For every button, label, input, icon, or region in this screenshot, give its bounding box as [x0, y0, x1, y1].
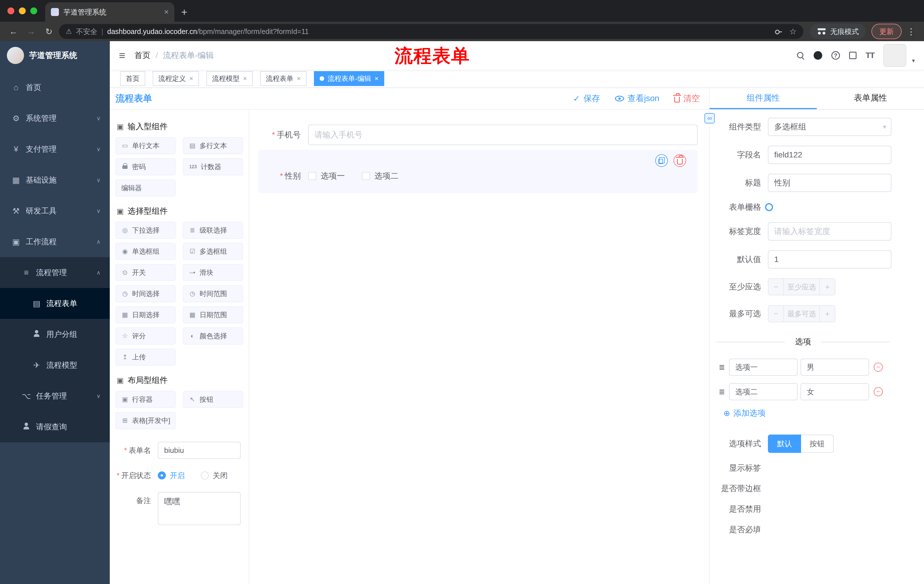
delete-component-button[interactable] — [673, 154, 686, 167]
option-1-value-input[interactable] — [800, 359, 869, 376]
forward-button[interactable]: → — [23, 26, 39, 36]
component-multi-text[interactable]: ▤多行文本 — [183, 137, 243, 154]
form-canvas[interactable]: 手机号 性别 选项一 选项二 — [249, 110, 709, 584]
min-select-input[interactable] — [784, 279, 819, 295]
add-option-button[interactable]: ⊕ 添加选项 — [723, 408, 912, 419]
component-single-text[interactable]: ▭单行文本 — [116, 137, 175, 154]
sidebar-item-payment[interactable]: ¥ 支付管理 ∨ — [0, 134, 110, 165]
component-time-picker[interactable]: ◷时间选择 — [116, 285, 175, 302]
tab-form-props[interactable]: 表单属性 — [817, 88, 924, 109]
drag-handle-icon[interactable]: ≣ — [718, 363, 726, 372]
gender-option-1-checkbox[interactable]: 选项一 — [308, 171, 345, 181]
slider-handle[interactable] — [765, 203, 773, 211]
back-button[interactable]: ← — [6, 26, 21, 36]
component-date-picker[interactable]: ▦日期选择 — [116, 306, 175, 323]
new-tab-button[interactable]: + — [174, 6, 194, 22]
tag-process-form[interactable]: 流程表单 × — [260, 71, 307, 86]
sidebar-item-devtools[interactable]: ⚒ 研发工具 ∨ — [0, 196, 110, 226]
sidebar-item-infra[interactable]: ▦ 基础设施 ∨ — [0, 165, 110, 196]
sidebar-item-process-form[interactable]: ▤ 流程表单 — [0, 288, 110, 319]
component-slider[interactable]: ‒•滑块 — [183, 264, 243, 281]
sidebar-item-task-mgmt[interactable]: ⌥ 任务管理 ∨ — [0, 380, 110, 411]
search-icon[interactable] — [797, 51, 805, 59]
component-switch[interactable]: ⊙开关 — [116, 264, 175, 281]
minimize-window-button[interactable] — [19, 7, 26, 14]
browser-menu-icon[interactable]: ⋮ — [904, 26, 918, 36]
component-row-container[interactable]: ▣行容器 — [116, 391, 175, 408]
status-on-radio[interactable]: 开启 — [158, 470, 185, 480]
form-remark-textarea[interactable]: 嘿嘿 — [158, 492, 241, 525]
github-icon[interactable] — [813, 51, 822, 60]
option-1-label-input[interactable] — [729, 359, 798, 376]
tag-process-definition[interactable]: 流程定义 × — [153, 71, 199, 86]
canvas-field-gender-selected[interactable]: 性别 选项一 选项二 — [258, 150, 698, 193]
style-button-button[interactable]: 按钮 — [801, 434, 834, 453]
default-value-input[interactable] — [768, 250, 891, 268]
component-button[interactable]: ↖按钮 — [183, 391, 243, 408]
component-upload[interactable]: ↥上传 — [116, 349, 175, 366]
component-cascader[interactable]: ≣级联选择 — [183, 222, 243, 239]
url-input[interactable]: ⚠ 不安全 | dashboard.yudao.iocoder.cn/bpm/m… — [59, 24, 804, 39]
phone-input[interactable] — [308, 125, 698, 145]
tab-component-props[interactable]: 组件属性 — [710, 88, 817, 109]
sidebar-item-process-mgmt[interactable]: ≡ 流程管理 ∧ — [0, 257, 110, 288]
drag-handle-icon[interactable]: ≣ — [718, 387, 726, 396]
sidebar-item-home[interactable]: ⌂ 首页 — [0, 72, 110, 103]
maximize-window-button[interactable] — [30, 7, 37, 14]
fullscreen-icon[interactable] — [849, 52, 856, 59]
link-icon[interactable]: ∞ — [705, 113, 715, 123]
field-name-input[interactable] — [768, 146, 891, 164]
clear-button[interactable]: 清空 — [674, 93, 700, 104]
remove-option-button[interactable]: − — [874, 387, 883, 396]
tag-process-form-edit[interactable]: 流程表单-编辑 × — [314, 71, 384, 86]
component-time-range[interactable]: ◷时间范围 — [183, 285, 243, 302]
title-input[interactable] — [768, 174, 891, 192]
font-size-icon[interactable]: TT — [866, 51, 874, 60]
sidebar-item-user-group[interactable]: 用户分组 — [0, 319, 110, 350]
component-checkbox-group[interactable]: ☑多选框组 — [183, 243, 243, 260]
browser-tab[interactable]: 芋道管理系统 × — [45, 2, 174, 22]
tag-process-model[interactable]: 流程模型 × — [206, 71, 253, 86]
component-editor[interactable]: 编辑器 — [116, 179, 175, 197]
option-2-label-input[interactable] — [729, 383, 798, 400]
component-password[interactable]: 密码 — [116, 158, 175, 175]
user-avatar[interactable] — [883, 44, 906, 67]
component-color-picker[interactable]: ◐颜色选择 — [183, 327, 243, 345]
breadcrumb-home[interactable]: 首页 — [134, 50, 150, 61]
password-manager-icon[interactable] — [774, 28, 782, 35]
avatar-caret-icon[interactable]: ▾ — [912, 57, 915, 64]
component-counter[interactable]: 123计数器 — [183, 158, 243, 175]
decrease-button[interactable]: − — [769, 306, 784, 322]
sidebar-toggle-icon[interactable]: ≡ — [119, 49, 125, 62]
copy-component-button[interactable] — [655, 154, 668, 167]
security-label[interactable]: 不安全 — [76, 27, 97, 36]
status-off-radio[interactable]: 关闭 — [201, 470, 228, 480]
increase-button[interactable]: + — [819, 306, 835, 322]
style-default-button[interactable]: 默认 — [768, 434, 801, 453]
tab-close-icon[interactable]: × — [164, 7, 169, 16]
sidebar-item-leave-query[interactable]: 请假查询 — [0, 411, 110, 442]
reload-button[interactable]: ↻ — [41, 26, 57, 36]
component-rate[interactable]: ☆评分 — [116, 327, 175, 345]
increase-button[interactable]: + — [819, 279, 835, 295]
sidebar-item-process-model[interactable]: ✈ 流程模型 — [0, 350, 110, 380]
component-date-range[interactable]: ▦日期范围 — [183, 306, 243, 323]
max-select-input[interactable] — [784, 306, 819, 322]
component-table[interactable]: ⊞表格[开发中] — [116, 412, 175, 429]
close-icon[interactable]: × — [297, 74, 301, 82]
close-icon[interactable]: × — [375, 74, 378, 82]
sidebar-item-workflow[interactable]: ▣ 工作流程 ∧ — [0, 226, 110, 257]
option-2-value-input[interactable] — [800, 383, 869, 400]
canvas-field-phone[interactable]: 手机号 — [258, 125, 698, 145]
close-icon[interactable]: × — [189, 74, 193, 82]
save-button[interactable]: ✓ 保存 — [573, 93, 600, 104]
gender-option-2-checkbox[interactable]: 选项二 — [362, 171, 399, 181]
bookmark-icon[interactable]: ☆ — [789, 27, 797, 36]
sidebar-item-system[interactable]: ⚙ 系统管理 ∨ — [0, 103, 110, 134]
update-button[interactable]: 更新 — [871, 24, 902, 39]
component-radio-group[interactable]: ◉单选框组 — [116, 243, 175, 260]
form-name-input[interactable] — [158, 442, 241, 459]
component-type-select[interactable] — [768, 118, 891, 136]
remove-option-button[interactable]: − — [874, 363, 883, 372]
label-width-input[interactable] — [768, 222, 891, 240]
